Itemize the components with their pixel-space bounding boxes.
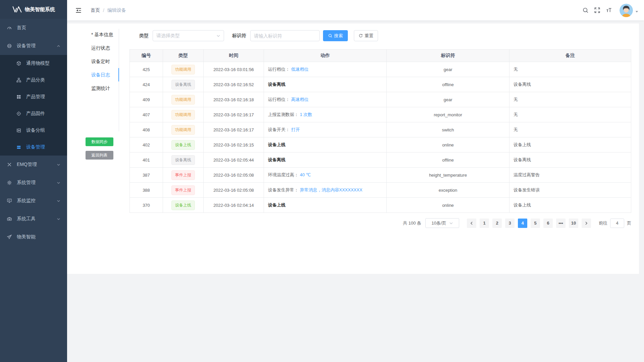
- tab-basic-info[interactable]: * 基本信息: [67, 28, 119, 41]
- chevron-down-icon: [57, 199, 60, 203]
- log-action-link[interactable]: 高速档位: [291, 97, 309, 102]
- page-button-2[interactable]: 2: [492, 219, 502, 228]
- reset-button[interactable]: 重置: [354, 30, 378, 41]
- sidebar-submenu: 通用物模型 产品分类 产品管理 产品固件 设备分组 设备管理: [0, 55, 67, 156]
- sidebar-item-home[interactable]: 首页: [0, 19, 67, 37]
- log-remark: 无: [509, 92, 631, 107]
- log-time: 2022-03-16 02:05:44: [204, 153, 264, 168]
- sidebar-fold-icon[interactable]: [75, 7, 82, 14]
- caret-down-icon: [635, 10, 639, 13]
- sidebar-item-system-monitor[interactable]: 系统监控: [0, 192, 67, 210]
- table-row: 424 设备离线 2022-03-16 02:16:52 设备离线 offlin…: [130, 77, 631, 92]
- sidebar-item-label: 通用物模型: [26, 60, 50, 66]
- more-pages-button[interactable]: •••: [556, 219, 566, 228]
- log-action-text: 上报监测数据：: [268, 112, 299, 117]
- page-size-value: 10条/页: [431, 220, 446, 226]
- search-icon[interactable]: [582, 7, 589, 13]
- log-action-link[interactable]: 40 ℃: [300, 172, 311, 177]
- user-avatar[interactable]: [620, 4, 633, 17]
- tab-monitor-stats[interactable]: 监测统计: [67, 81, 119, 95]
- tab-device-timer[interactable]: 设备定时: [67, 55, 119, 68]
- type-select-placeholder: 请选择类型: [156, 33, 180, 39]
- sidebar-item-product-mgmt[interactable]: 产品管理: [0, 88, 67, 105]
- sidebar-item-product-category[interactable]: 产品分类: [0, 72, 67, 88]
- logo-icon: [12, 6, 22, 13]
- log-id: 402: [130, 137, 163, 153]
- sidebar-item-system-mgmt[interactable]: 系统管理: [0, 174, 67, 192]
- data-sync-button[interactable]: 数据同步: [86, 137, 113, 146]
- main-area: 首页 / 编辑设备 * 基本信息: [67, 0, 644, 362]
- page-button-10[interactable]: 10: [569, 219, 578, 228]
- fullscreen-icon[interactable]: [594, 7, 600, 13]
- tab-running-status[interactable]: 运行状态: [67, 41, 119, 55]
- pagination: 共 100 条 10条/页 1 2 3 4 5 6: [129, 218, 631, 228]
- sidebar-item-device-group[interactable]: 设备分组: [0, 122, 67, 139]
- log-identifier: height_temperature: [387, 168, 509, 183]
- log-remark: 设备上线: [509, 137, 631, 153]
- sidebar-item-device-mgmt[interactable]: 设备管理: [0, 37, 67, 55]
- log-id: 401: [130, 153, 163, 168]
- chevron-down-icon: [57, 217, 60, 221]
- page-content: * 基本信息 运行状态 设备定时 设备日志 监测统计 数据同步 返回列表 类型: [67, 20, 644, 274]
- breadcrumb-separator: /: [103, 8, 104, 13]
- reset-button-label: 重置: [365, 33, 373, 39]
- user-menu[interactable]: [620, 4, 639, 17]
- breadcrumb-home[interactable]: 首页: [91, 7, 100, 13]
- emq-icon: [7, 162, 12, 167]
- log-identifier: online: [387, 198, 509, 213]
- page-button-1[interactable]: 1: [480, 219, 489, 228]
- log-time: 2022-03-16 02:04:14: [204, 198, 264, 213]
- goto-page-input[interactable]: [610, 219, 624, 228]
- log-identifier: offline: [387, 153, 509, 168]
- log-id: 387: [130, 168, 163, 183]
- sidebar-item-label: 系统管理: [17, 180, 36, 186]
- log-time: 2022-03-16 03:01:56: [204, 62, 264, 77]
- page-button-6[interactable]: 6: [543, 219, 553, 228]
- side-buttons: 数据同步 返回列表: [67, 137, 119, 160]
- log-action-link[interactable]: 低速档位: [291, 67, 309, 72]
- log-time: 2022-03-16 02:16:17: [204, 122, 264, 137]
- refresh-icon: [359, 34, 363, 38]
- log-remark: 设备发生错误: [509, 183, 631, 198]
- tab-device-log[interactable]: 设备日志: [67, 68, 119, 81]
- sidebar-item-emq[interactable]: EMQ管理: [0, 156, 67, 174]
- log-action-text: 设备离线: [268, 82, 285, 87]
- sidebar-item-label: 首页: [17, 25, 26, 31]
- grid-icon: [16, 94, 21, 100]
- page-button-5[interactable]: 5: [531, 219, 540, 228]
- log-identifier: exception: [387, 183, 509, 198]
- log-remark: 无: [509, 107, 631, 122]
- device-log-table: 编号 类型 时间 动作 标识符 备注 425 功能调用: [129, 49, 631, 213]
- prev-page-button[interactable]: [467, 219, 476, 228]
- log-remark: 无: [509, 62, 631, 77]
- font-size-icon[interactable]: [606, 7, 612, 13]
- log-time: 2022-03-16 02:16:15: [204, 137, 264, 153]
- log-type-tag: 事件上报: [171, 185, 195, 195]
- type-select[interactable]: 请选择类型: [153, 30, 224, 41]
- next-page-button[interactable]: [582, 219, 591, 228]
- sidebar-item-wumei-smart[interactable]: 物美智能: [0, 228, 67, 246]
- log-action-link[interactable]: 打开: [291, 127, 300, 132]
- table-row: 387 事件上报 2022-03-16 02:05:08 环境温度过高：40 ℃…: [130, 168, 631, 183]
- log-identifier: gear: [387, 92, 509, 107]
- search-button[interactable]: 搜索: [323, 30, 348, 41]
- log-id: 408: [130, 122, 163, 137]
- log-action-link[interactable]: 异常消息，消息内容XXXXXXXX: [300, 187, 362, 192]
- identifier-input[interactable]: [254, 33, 316, 39]
- sidebar-item-device-list[interactable]: 设备管理: [0, 139, 67, 156]
- log-filter-form: 类型 请选择类型 标识符 搜索: [139, 30, 631, 41]
- sidebar-item-thing-model[interactable]: 通用物模型: [0, 55, 67, 72]
- page-button-3[interactable]: 3: [505, 219, 515, 228]
- sidebar-item-system-tools[interactable]: 系统工具: [0, 210, 67, 228]
- group-icon: [16, 128, 21, 133]
- navbar-actions: [582, 4, 639, 17]
- log-action-link[interactable]: 1 次数: [300, 112, 312, 117]
- sidebar-item-label: 设备管理: [26, 144, 45, 150]
- log-remark: 设备离线: [509, 77, 631, 92]
- col-header-type: 类型: [163, 50, 204, 62]
- page-size-select[interactable]: 10条/页: [425, 218, 459, 228]
- page-button-4-active[interactable]: 4: [518, 219, 527, 228]
- sidebar-item-firmware[interactable]: 产品固件: [0, 105, 67, 122]
- log-identifier: switch: [387, 122, 509, 137]
- back-to-list-button[interactable]: 返回列表: [86, 151, 113, 160]
